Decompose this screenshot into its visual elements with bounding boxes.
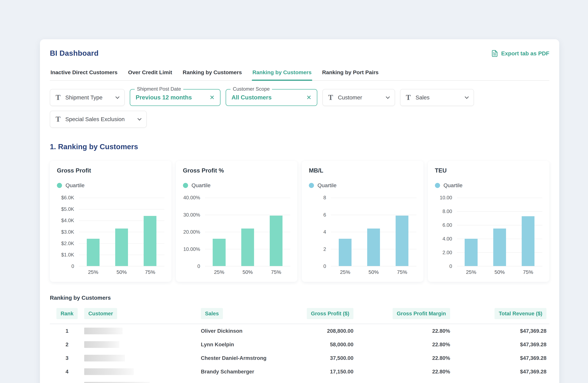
bar-50pct (367, 229, 380, 266)
table-row: 2 Lynn Koelpin 58,000.00 22.80% $47,369.… (50, 338, 549, 351)
filter-label: Special Sales Exclusion (65, 116, 125, 122)
rank-cell: 3 (50, 355, 84, 361)
page-title: BI Dashboard (50, 49, 99, 57)
column-header-sales: Sales (201, 308, 294, 319)
text-field-icon: T (406, 94, 411, 101)
bar-chart: 40.00%30.00% 20.00%10.00% 0 (183, 198, 291, 266)
bar-chart: 86 42 0 (309, 198, 416, 266)
bar-75pct (144, 216, 156, 266)
export-pdf-label: Export tab as PDF (501, 50, 549, 57)
text-field-icon: T (328, 94, 333, 101)
filter-customer[interactable]: T Customer (322, 89, 395, 106)
chart-title: TEU (435, 167, 543, 174)
tab-ranking-by-customers-active[interactable]: Ranking by Customers (252, 69, 312, 80)
filter-bar: T Shipment Type Shipment Post Date Previ… (50, 89, 549, 128)
plot-area (331, 198, 416, 266)
page: BI Dashboard Export tab as PDF Inactive … (0, 0, 588, 383)
y-axis: 40.00%30.00% 20.00%10.00% 0 (183, 198, 205, 266)
y-axis: 86 42 0 (309, 198, 331, 266)
table-header-row: Rank Customer Sales Gross Profit ($) Gro… (50, 308, 549, 324)
bar-75pct (396, 216, 408, 266)
filter-label: Shipment Type (65, 94, 103, 101)
filter-special-sales-exclusion[interactable]: T Special Sales Exclusion (50, 111, 147, 128)
customer-cell (84, 355, 201, 362)
redacted-customer-name (84, 341, 119, 348)
plot-area (205, 198, 291, 266)
legend-label: Quartile (65, 182, 84, 189)
filter-label: Customer (338, 94, 362, 101)
column-header-customer: Customer (84, 308, 201, 319)
dashboard-card: BI Dashboard Export tab as PDF Inactive … (40, 39, 559, 383)
tab-over-credit-limit[interactable]: Over Credit Limit (127, 69, 173, 80)
sales-cell: Brandy Schamberger (201, 369, 294, 375)
filter-sales[interactable]: T Sales (400, 89, 474, 106)
plot-area (79, 198, 164, 266)
rank-cell: 1 (50, 328, 84, 334)
gross-profit-cell: 58,000.00 (294, 342, 354, 347)
chevron-down-icon (465, 95, 469, 99)
x-axis-labels: 25% 50% 75% (331, 269, 416, 275)
table-title: Ranking by Customers (50, 295, 549, 301)
table-row: 3 Chester Daniel-Armstrong 37,500.00 22.… (50, 351, 549, 365)
tab-ranking-by-port-pairs[interactable]: Ranking by Port Pairs (321, 69, 379, 80)
filter-label: Shipment Post Date (135, 86, 183, 92)
column-header-gross-profit: Gross Profit ($) (294, 308, 354, 319)
x-axis-labels: 25% 50% 75% (79, 269, 164, 275)
redacted-customer-name (84, 368, 134, 375)
chart-tiles: Gross Profit Quartile $6.0K$5.0K $4.0K$3… (50, 161, 549, 282)
chart-card-mbl: MB/L Quartile 86 42 0 (302, 161, 423, 282)
y-axis: 10.008.00 6.004.00 2.000 (435, 198, 457, 266)
bar-50pct (115, 229, 128, 266)
chart-title: Gross Profit % (183, 167, 291, 174)
rank-cell: 2 (50, 342, 84, 347)
chart-card-teu: TEU Quartile 10.008.00 6.004.00 2.000 (428, 161, 549, 282)
rank-cell: 5 (50, 382, 84, 383)
bar-75pct (522, 216, 534, 266)
filter-row-2: T Special Sales Exclusion (50, 111, 549, 128)
bar-25pct (213, 239, 226, 266)
table-row: 1 Oliver Dickinson 208,800.00 22.80% $47… (50, 324, 549, 338)
filter-label: Sales (416, 94, 430, 101)
file-pdf-icon (491, 50, 498, 57)
margin-cell: 22.80% (354, 355, 450, 361)
sales-cell: Oliver Dickinson (201, 328, 294, 334)
export-pdf-button[interactable]: Export tab as PDF (491, 50, 549, 57)
clear-filter-icon[interactable]: ✕ (202, 94, 215, 101)
bar-50pct (493, 229, 506, 266)
sales-cell: Lynn Koelpin (201, 342, 294, 347)
chevron-down-icon (386, 95, 390, 99)
customer-cell (84, 328, 201, 334)
filter-shipment-type[interactable]: T Shipment Type (50, 89, 125, 106)
filter-shipment-post-date[interactable]: Shipment Post Date Previous 12 months ✕ (130, 89, 220, 106)
chart-legend: Quartile (435, 182, 543, 189)
redacted-customer-name (84, 328, 123, 334)
customer-cell (84, 382, 201, 383)
text-field-icon: T (56, 115, 61, 123)
margin-cell: 22.80% (354, 342, 450, 347)
tab-ranking-by-customers[interactable]: Ranking by Customers (182, 69, 242, 80)
margin-cell: 22.80% (354, 328, 450, 334)
chart-card-gross-profit: Gross Profit Quartile $6.0K$5.0K $4.0K$3… (50, 161, 171, 282)
bar-chart: $6.0K$5.0K $4.0K$3.0K $2.0K$1.0K 0 (57, 198, 164, 266)
y-axis: $6.0K$5.0K $4.0K$3.0K $2.0K$1.0K 0 (57, 198, 79, 266)
section-title: 1. Ranking by Customers (50, 142, 549, 151)
bar-chart: 10.008.00 6.004.00 2.000 (435, 198, 543, 266)
tab-inactive-direct-customers[interactable]: Inactive Direct Customers (50, 69, 118, 80)
bar-25pct (465, 239, 477, 266)
tab-bar: Inactive Direct Customers Over Credit Li… (50, 69, 549, 81)
plot-area (457, 198, 543, 266)
gross-profit-cell: 17,150.00 (294, 369, 354, 375)
card-header: BI Dashboard Export tab as PDF (50, 49, 549, 57)
column-header-rank: Rank (50, 308, 84, 319)
gross-profit-cell: 16,400.00 (294, 382, 354, 383)
rank-cell: 4 (50, 369, 84, 375)
margin-cell: 22.80% (354, 382, 450, 383)
filter-customer-scope[interactable]: Customer Scope All Customers ✕ (226, 89, 317, 106)
redacted-customer-name (84, 355, 125, 362)
column-header-total-revenue: Total Revenue ($) (450, 308, 549, 319)
chart-title: MB/L (309, 167, 416, 174)
bar-75pct (270, 216, 282, 266)
legend-dot-icon (435, 183, 440, 188)
clear-filter-icon[interactable]: ✕ (298, 94, 311, 101)
revenue-cell: $47,369.28 (450, 369, 549, 375)
